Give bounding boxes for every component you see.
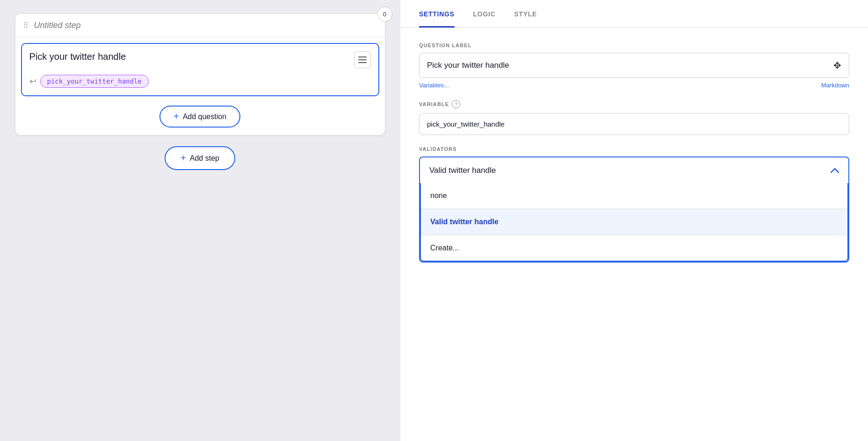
question-card: Pick your twitter handle ↩ pick_your_twi… (21, 43, 379, 96)
svg-rect-2 (358, 62, 367, 63)
label-actions: Variables... Markdown (419, 82, 849, 89)
question-card-header: Pick your twitter handle (29, 51, 371, 68)
variables-link[interactable]: Variables... (419, 82, 449, 89)
markdown-link[interactable]: Markdown (821, 82, 849, 89)
add-question-label: Add question (183, 113, 226, 121)
dropdown-item-none[interactable]: none (421, 183, 847, 209)
menu-lines-icon (358, 57, 367, 63)
question-label-section: QUESTION LABEL ✥ Variables... Markdown (419, 43, 849, 89)
tabs-header: SETTINGS LOGIC STYLE (400, 0, 868, 28)
variable-pill[interactable]: pick_your_twitter_handle (40, 75, 149, 88)
validators-dropdown-header[interactable]: Valid twitter handle (420, 157, 848, 183)
tab-settings[interactable]: SETTINGS (419, 0, 455, 28)
right-panel: SETTINGS LOGIC STYLE QUESTION LABEL ✥ Va… (400, 0, 868, 441)
drag-handle-icon[interactable]: ⠿ (23, 21, 29, 30)
move-icon[interactable]: ✥ (833, 60, 841, 71)
variable-section-title: VARIABLE (419, 101, 449, 107)
validators-dropdown-list: none Valid twitter handle Create... (420, 183, 848, 262)
validators-section: VALIDATORS Valid twitter handle none (419, 146, 849, 263)
question-label-text: Pick your twitter handle (29, 51, 348, 62)
add-step-button[interactable]: + Add step (165, 146, 235, 170)
add-step-label: Add step (190, 154, 219, 163)
variable-label-row: VARIABLE ? (419, 100, 849, 108)
step-body: Pick your twitter handle ↩ pick_your_twi… (15, 37, 385, 135)
step-header: ⠿ (15, 14, 385, 37)
question-label-input[interactable] (427, 61, 833, 70)
variable-input[interactable] (419, 113, 849, 135)
step-container: 0 ⠿ Pick your twitter handle (15, 14, 385, 135)
question-menu-button[interactable] (354, 51, 371, 68)
svg-rect-1 (358, 59, 367, 60)
tab-logic[interactable]: LOGIC (473, 0, 496, 28)
validators-section-title: VALIDATORS (419, 146, 849, 152)
question-label-section-title: QUESTION LABEL (419, 43, 849, 48)
variable-help-icon[interactable]: ? (452, 100, 460, 108)
add-step-plus-icon: + (181, 153, 186, 164)
variable-row: ↩ pick_your_twitter_handle (29, 75, 371, 88)
variable-arrow-icon: ↩ (29, 76, 36, 86)
step-number-badge: 0 (377, 7, 392, 21)
svg-rect-0 (358, 57, 367, 57)
step-title-input[interactable] (34, 21, 377, 30)
add-question-plus-icon: + (174, 111, 179, 122)
dropdown-item-valid-twitter[interactable]: Valid twitter handle (421, 209, 847, 235)
validators-dropdown: Valid twitter handle none Valid twitter … (419, 156, 849, 263)
tab-style[interactable]: STYLE (514, 0, 537, 28)
question-label-input-row: ✥ (419, 53, 849, 78)
validators-selected-label: Valid twitter handle (429, 166, 496, 175)
settings-content: QUESTION LABEL ✥ Variables... Markdown V… (400, 28, 868, 441)
chevron-up-icon (831, 165, 839, 176)
dropdown-item-create[interactable]: Create... (421, 235, 847, 261)
add-question-button[interactable]: + Add question (159, 106, 240, 128)
left-panel: 0 ⠿ Pick your twitter handle (0, 0, 400, 441)
variable-section: VARIABLE ? (419, 100, 849, 135)
